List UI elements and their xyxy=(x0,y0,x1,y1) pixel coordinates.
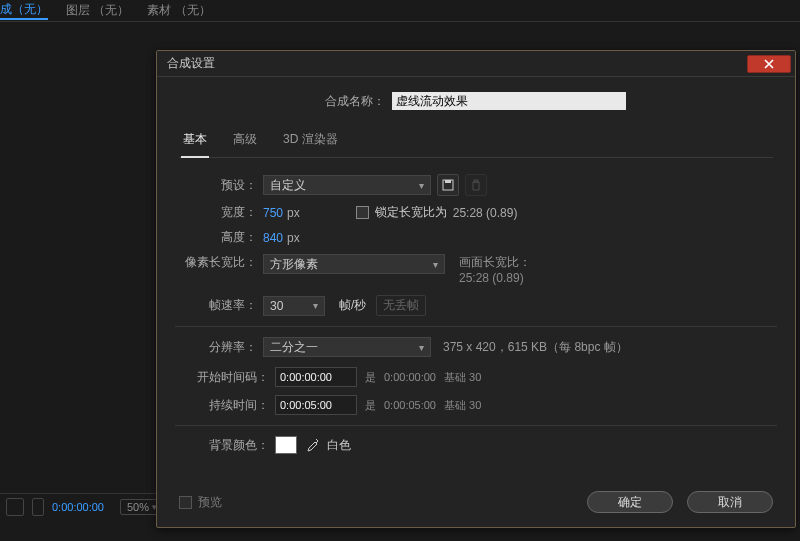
tab-3d-renderer[interactable]: 3D 渲染器 xyxy=(281,125,340,157)
zoom-percent[interactable]: 50% xyxy=(120,499,160,515)
save-preset-icon xyxy=(442,179,454,191)
tab-basic[interactable]: 基本 xyxy=(181,125,209,158)
start-timecode-row: 开始时间码： 是 0:00:00:00 基础 30 xyxy=(179,367,773,387)
duration-is: 是 xyxy=(365,398,376,413)
pixel-aspect-select[interactable]: 方形像素 xyxy=(263,254,445,274)
height-value[interactable]: 840 xyxy=(263,231,283,245)
cancel-button[interactable]: 取消 xyxy=(687,491,773,513)
tabs-row: 基本 高级 3D 渲染器 xyxy=(179,125,773,158)
lower-timecode[interactable]: 0:00:00:00 xyxy=(52,501,104,513)
duration-info: 0:00:05:00 xyxy=(384,399,436,411)
duration-base: 基础 30 xyxy=(444,398,481,413)
dropframe-select: 无丢帧 xyxy=(376,295,426,316)
top-panel-tabs: 成（无） 图层 （无） 素材 （无） xyxy=(0,0,800,22)
resolution-label: 分辨率： xyxy=(179,339,257,356)
svg-rect-1 xyxy=(445,180,451,183)
ok-button[interactable]: 确定 xyxy=(587,491,673,513)
tab-footage-none-suffix: （无） xyxy=(175,3,211,17)
resolution-row: 分辨率： 二分之一 375 x 420，615 KB（每 8bpc 帧） xyxy=(179,337,773,357)
lower-left-bar: 0:00:00:00 50% xyxy=(0,493,160,519)
preset-row: 预设： 自定义 xyxy=(179,174,773,196)
framerate-row: 帧速率： 30 帧/秒 无丢帧 xyxy=(179,295,773,316)
width-row: 宽度： 750 px 锁定长宽比为 25:28 (0.89) xyxy=(179,204,773,221)
framerate-value: 30 xyxy=(270,299,283,313)
tab-footage-label: 素材 xyxy=(147,3,171,17)
resolution-select[interactable]: 二分之一 xyxy=(263,337,431,357)
lower-box-icon xyxy=(6,498,24,516)
frame-aspect-info: 25:28 (0.89) xyxy=(459,271,531,285)
basic-tab-content: 预设： 自定义 宽度： 750 px 锁定长宽比为 25:28 (0.89) xyxy=(179,174,773,454)
eyedropper-button[interactable] xyxy=(305,438,319,452)
frame-aspect-label: 画面长宽比： xyxy=(459,255,531,269)
dialog-titlebar[interactable]: 合成设置 xyxy=(157,51,795,77)
preset-value: 自定义 xyxy=(270,177,306,194)
framerate-unit: 帧/秒 xyxy=(339,297,366,314)
start-timecode-input[interactable] xyxy=(275,367,357,387)
tab-composition-none-suffix: （无） xyxy=(12,2,48,16)
composition-name-row: 合成名称： xyxy=(179,91,773,111)
tab-footage-none[interactable]: 素材 （无） xyxy=(147,2,210,19)
frame-aspect-info-block: 画面长宽比： 25:28 (0.89) xyxy=(459,254,531,285)
lock-aspect-label: 锁定长宽比为 xyxy=(375,204,447,221)
preset-select[interactable]: 自定义 xyxy=(263,175,431,195)
composition-name-label: 合成名称： xyxy=(325,93,385,110)
width-label: 宽度： xyxy=(179,204,257,221)
save-preset-button[interactable] xyxy=(437,174,459,196)
width-value[interactable]: 750 xyxy=(263,206,283,220)
bgcolor-name: 白色 xyxy=(327,437,351,454)
pixel-aspect-row: 像素长宽比： 方形像素 画面长宽比： 25:28 (0.89) xyxy=(179,254,773,285)
framerate-label: 帧速率： xyxy=(179,297,257,314)
preview-checkbox-row: 预览 xyxy=(179,494,222,511)
dialog-body: 合成名称： 基本 高级 3D 渲染器 预设： 自定义 宽度 xyxy=(157,77,795,481)
composition-name-input[interactable] xyxy=(391,91,627,111)
tab-composition-none[interactable]: 成（无） xyxy=(0,1,48,20)
start-timecode-base: 基础 30 xyxy=(444,370,481,385)
start-timecode-info: 0:00:00:00 xyxy=(384,371,436,383)
duration-input[interactable] xyxy=(275,395,357,415)
resolution-value: 二分之一 xyxy=(270,339,318,356)
trash-icon xyxy=(470,179,482,191)
start-timecode-label: 开始时间码： xyxy=(179,369,269,386)
bgcolor-label: 背景颜色： xyxy=(179,437,269,454)
tab-composition-label: 成 xyxy=(0,2,12,16)
lower-triangle-icon xyxy=(32,498,44,516)
close-button[interactable] xyxy=(747,55,791,73)
bgcolor-swatch[interactable] xyxy=(275,436,297,454)
composition-settings-dialog: 合成设置 合成名称： 基本 高级 3D 渲染器 预设： 自定义 xyxy=(156,50,796,528)
preset-label: 预设： xyxy=(179,177,257,194)
pixel-aspect-value: 方形像素 xyxy=(270,256,318,273)
eyedropper-icon xyxy=(305,438,319,452)
separator-1 xyxy=(175,326,777,327)
preview-label: 预览 xyxy=(198,494,222,511)
lock-aspect-info: 25:28 (0.89) xyxy=(453,206,518,220)
dialog-buttons: 确定 取消 xyxy=(587,491,773,513)
tab-layer-none-suffix: （无） xyxy=(93,3,129,17)
dialog-footer: 预览 确定 取消 xyxy=(157,481,795,527)
close-icon xyxy=(763,58,775,70)
lock-aspect-checkbox[interactable] xyxy=(356,206,369,219)
framerate-select[interactable]: 30 xyxy=(263,296,325,316)
width-unit: px xyxy=(287,206,300,220)
resolution-info: 375 x 420，615 KB（每 8bpc 帧） xyxy=(443,339,628,356)
pixel-aspect-label: 像素长宽比： xyxy=(179,254,257,271)
separator-2 xyxy=(175,425,777,426)
dialog-title: 合成设置 xyxy=(167,55,215,72)
tab-layer-label: 图层 xyxy=(66,3,90,17)
duration-label: 持续时间： xyxy=(179,397,269,414)
start-timecode-is: 是 xyxy=(365,370,376,385)
duration-row: 持续时间： 是 0:00:05:00 基础 30 xyxy=(179,395,773,415)
bgcolor-row: 背景颜色： 白色 xyxy=(179,436,773,454)
height-row: 高度： 840 px xyxy=(179,229,773,246)
height-label: 高度： xyxy=(179,229,257,246)
height-unit: px xyxy=(287,231,300,245)
tab-advanced[interactable]: 高级 xyxy=(231,125,259,157)
delete-preset-button xyxy=(465,174,487,196)
preview-checkbox xyxy=(179,496,192,509)
tab-layer-none[interactable]: 图层 （无） xyxy=(66,2,129,19)
